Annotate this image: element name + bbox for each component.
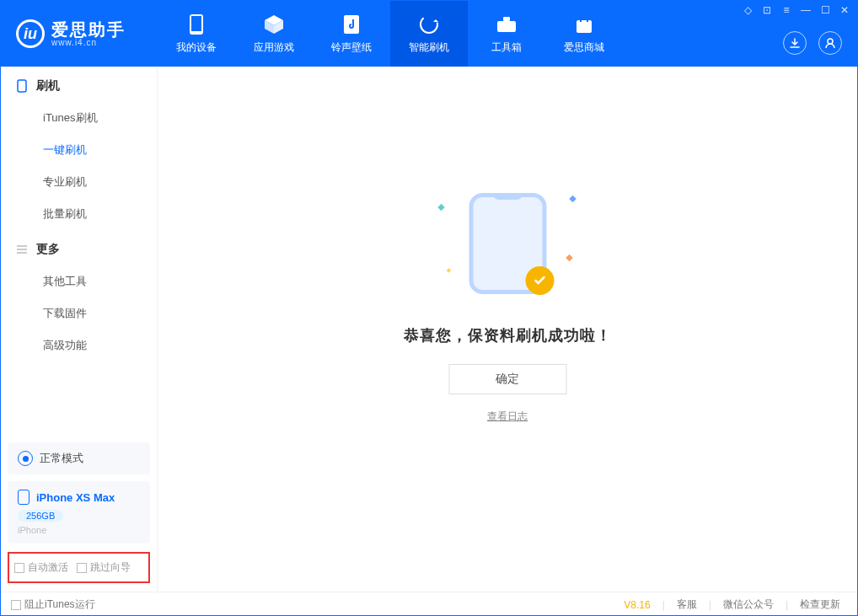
svg-marker-7: [433, 19, 438, 22]
phone-mini-icon: [18, 490, 29, 505]
sidebar-item-batch-flash[interactable]: 批量刷机: [1, 198, 157, 230]
wechat-link[interactable]: 微信公众号: [716, 597, 780, 612]
svg-rect-10: [576, 20, 592, 33]
tab-smart-flash[interactable]: 智能刷机: [390, 1, 468, 67]
mode-box[interactable]: 正常模式: [8, 442, 150, 474]
highlighted-options: 自动激活 跳过向导: [8, 552, 150, 583]
tab-store[interactable]: 爱思商城: [545, 1, 623, 67]
device-box[interactable]: iPhone XS Max 256GB iPhone: [8, 481, 150, 544]
app-name-cn: 爱思助手: [51, 21, 126, 38]
header-right-icons: [783, 31, 842, 55]
confirm-button[interactable]: 确定: [448, 364, 566, 394]
list-icon: [16, 244, 28, 255]
device-capacity: 256GB: [18, 510, 63, 522]
svg-point-11: [828, 39, 833, 44]
bag-icon: [573, 13, 595, 35]
body: 刷机 iTunes刷机 一键刷机 专业刷机 批量刷机 更多 其他工具 下载固件 …: [1, 67, 857, 592]
logo[interactable]: iu 爱思助手 www.i4.cn: [1, 1, 158, 67]
user-icon[interactable]: [818, 31, 842, 55]
checkbox-icon: [14, 563, 24, 573]
success-message: 恭喜您，保资料刷机成功啦！: [404, 325, 612, 345]
mode-dot-icon: [18, 451, 33, 466]
minimize-button[interactable]: —: [800, 4, 812, 16]
tab-toolbox[interactable]: 工具箱: [468, 1, 545, 67]
nav-tabs: 我的设备 应用游戏 铃声壁纸 智能刷机 工具箱 爱思商城: [158, 1, 623, 67]
checkbox-icon: [11, 600, 21, 610]
sidebar-item-advanced[interactable]: 高级功能: [1, 329, 157, 362]
music-file-icon: [341, 13, 362, 35]
header: iu 爱思助手 www.i4.cn 我的设备 应用游戏 铃声壁纸 智能刷机 工具…: [1, 1, 857, 67]
device-type: iPhone: [18, 525, 140, 535]
device-icon: [185, 13, 207, 35]
checkbox-skip-wizard[interactable]: 跳过向导: [77, 560, 131, 575]
svg-point-6: [421, 16, 437, 33]
tab-ringtones[interactable]: 铃声壁纸: [313, 1, 390, 67]
version-label: V8.16: [624, 599, 650, 611]
cube-icon: [263, 13, 285, 35]
success-check-icon: [525, 266, 554, 295]
footer: 阻止iTunes运行 V8.16 | 客服 | 微信公众号 | 检查更新: [1, 592, 857, 616]
sidebar-item-other-tools[interactable]: 其他工具: [1, 265, 157, 297]
tab-apps-games[interactable]: 应用游戏: [235, 1, 313, 67]
logo-icon: iu: [16, 19, 45, 48]
main-content: 恭喜您，保资料刷机成功啦！ 确定 查看日志: [158, 67, 857, 592]
sidebar-group-more: 更多: [1, 230, 157, 265]
mode-label: 正常模式: [40, 451, 83, 466]
svg-rect-12: [18, 80, 26, 92]
maximize-button[interactable]: ☐: [819, 4, 831, 16]
sidebar-item-itunes-flash[interactable]: iTunes刷机: [1, 102, 157, 134]
sidebar-item-pro-flash[interactable]: 专业刷机: [1, 166, 157, 198]
download-icon[interactable]: [783, 31, 807, 55]
sidebar-group-flash: 刷机: [1, 67, 157, 102]
toolbox-icon: [496, 13, 517, 35]
svg-rect-1: [191, 16, 201, 31]
refresh-shield-icon: [418, 13, 440, 35]
svg-rect-8: [497, 21, 516, 32]
view-log-link[interactable]: 查看日志: [404, 410, 612, 424]
feedback-icon[interactable]: ⊡: [761, 4, 773, 16]
device-name: iPhone XS Max: [36, 491, 115, 504]
window-controls: ◇ ⊡ ≡ — ☐ ✕: [742, 4, 850, 16]
checkbox-icon: [77, 563, 87, 573]
tab-my-device[interactable]: 我的设备: [158, 1, 235, 67]
sidebar-item-download-firmware[interactable]: 下载固件: [1, 297, 157, 329]
phone-illustration: [469, 193, 546, 294]
checkbox-block-itunes[interactable]: 阻止iTunes运行: [11, 597, 95, 612]
phone-icon: [16, 80, 28, 92]
checkbox-auto-activate[interactable]: 自动激活: [14, 560, 68, 575]
app-name-en: www.i4.cn: [51, 38, 126, 47]
support-link[interactable]: 客服: [670, 597, 704, 612]
close-button[interactable]: ✕: [839, 4, 850, 16]
sidebar: 刷机 iTunes刷机 一键刷机 专业刷机 批量刷机 更多 其他工具 下载固件 …: [1, 67, 158, 592]
check-update-link[interactable]: 检查更新: [793, 597, 847, 612]
menu-icon[interactable]: ≡: [780, 4, 792, 16]
svg-rect-9: [503, 17, 510, 21]
sidebar-item-oneclick-flash[interactable]: 一键刷机: [1, 134, 157, 166]
skin-icon[interactable]: ◇: [742, 4, 753, 16]
